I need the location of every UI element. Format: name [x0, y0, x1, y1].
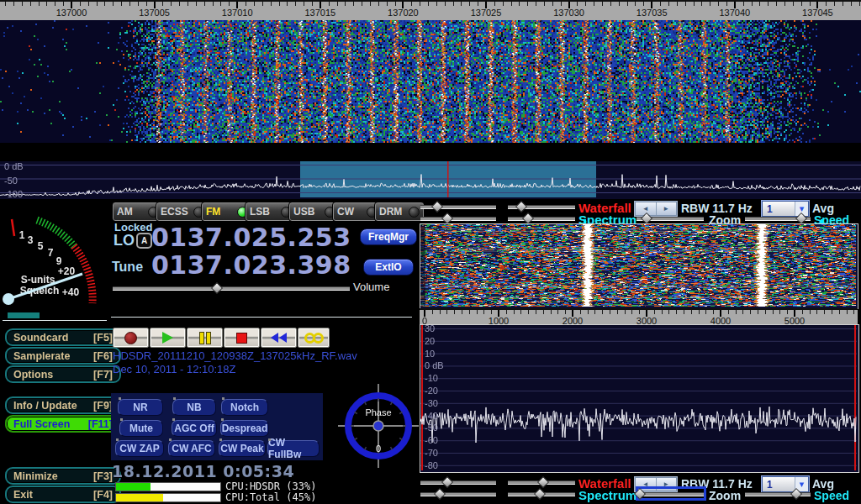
- notch-button[interactable]: Notch: [221, 399, 268, 416]
- dial-tick: [399, 412, 402, 414]
- speed-slider-2[interactable]: [745, 489, 811, 498]
- samplerate-button[interactable]: Samplerate [F6]: [5, 347, 121, 365]
- cw-zap-button[interactable]: CW ZAP: [115, 440, 164, 457]
- ruler-tick: [705, 310, 706, 314]
- squelch-label: Squelch: [20, 285, 60, 297]
- ruler-tick: [395, 2, 396, 6]
- stop-button[interactable]: [224, 328, 260, 348]
- af-frequency-ruler[interactable]: 010002000300040005000: [420, 308, 858, 325]
- agc-off-button[interactable]: AGC Off: [172, 420, 217, 437]
- cw-fullbw-button[interactable]: CW FullBw: [267, 440, 320, 457]
- volume-slider[interactable]: [113, 283, 350, 292]
- ruler-tick: [677, 2, 678, 6]
- local-datetime: 18.12.2011 0:05:34: [112, 462, 294, 480]
- tune-frequency-display[interactable]: 0137.023.398: [151, 253, 351, 278]
- spectrum-offset-slider[interactable]: [508, 213, 575, 223]
- ruler-tick: [220, 2, 221, 6]
- zoom-label-2: Zoom: [709, 489, 741, 502]
- phase-dial[interactable]: Phase 0: [338, 384, 419, 468]
- ruler-tick: [436, 2, 437, 6]
- ruler-tick: [428, 2, 429, 6]
- ruler-tick: [188, 2, 188, 6]
- options-button[interactable]: Options [F7]: [5, 365, 121, 383]
- mode-button-drm[interactable]: DRM: [374, 202, 425, 222]
- ruler-tick: [843, 2, 843, 6]
- contrast-slider[interactable]: [420, 202, 496, 211]
- ruler-tick: [295, 2, 296, 6]
- speed-label-2: Speed: [814, 489, 849, 502]
- exit-button[interactable]: Exit [F4]: [5, 486, 121, 503]
- s-meter-label: +20: [58, 265, 76, 277]
- spectrum-contrast-slider[interactable]: [420, 213, 496, 223]
- phase-center-dot: [373, 421, 383, 431]
- ruler-tick: [445, 2, 446, 6]
- ruler-tick: [834, 2, 835, 6]
- s-meter-rest-mark: [12, 219, 14, 236]
- ruler-tick: [503, 2, 504, 6]
- nr-button[interactable]: NR: [118, 399, 163, 416]
- ruler-tick: [859, 2, 860, 6]
- ruler-tick: [88, 2, 89, 6]
- loop-button[interactable]: [298, 328, 330, 348]
- lo-frequency-display[interactable]: 0137.025.253: [151, 225, 351, 250]
- ruler-tick: [13, 2, 14, 6]
- ruler-tick: [213, 2, 214, 6]
- cw-afc-button[interactable]: CW AFC: [168, 440, 215, 457]
- ruler-tick: [179, 2, 180, 6]
- button-hotkey: [F11]: [88, 418, 113, 430]
- despread-button[interactable]: Despread: [220, 420, 269, 437]
- play-button[interactable]: [150, 328, 186, 348]
- ruler-tick: [46, 2, 47, 6]
- ruler-tick: [312, 2, 313, 6]
- af-spectrum-display[interactable]: [420, 325, 857, 470]
- slider-track[interactable]: [113, 286, 350, 291]
- ruler-tick: [446, 310, 447, 314]
- ruler-tick: [519, 2, 520, 6]
- ruler-tick: [287, 2, 288, 6]
- main-waterfall-display[interactable]: [0, 0, 861, 143]
- pause-button[interactable]: [187, 328, 223, 348]
- phase-value: 0: [376, 444, 381, 454]
- slider-thumb[interactable]: [211, 282, 223, 294]
- rewind-icon: [279, 333, 287, 343]
- main-spectrum-display[interactable]: [0, 161, 861, 197]
- button-label: Full Screen: [13, 418, 70, 430]
- rewind-button[interactable]: [261, 328, 297, 348]
- ruler-tick: [810, 2, 811, 6]
- extio-button[interactable]: ExtIO: [363, 259, 414, 276]
- brightness-slider-2[interactable]: [508, 477, 575, 486]
- freqmgr-button[interactable]: FreqMgr: [360, 228, 417, 245]
- speed-slider[interactable]: [745, 213, 811, 223]
- mode-label: ECSS: [161, 206, 188, 218]
- ruler-tick: [506, 310, 507, 314]
- af-waterfall-display[interactable]: [420, 224, 856, 307]
- ruler-label: 137015: [304, 8, 335, 18]
- cw-peak-button[interactable]: CW Peak: [219, 440, 266, 457]
- main-frequency-ruler[interactable]: 1370001370051370101370151370201370251370…: [0, 0, 861, 20]
- ruler-tick: [113, 2, 114, 6]
- info-update-button[interactable]: Info / Update [F9]: [5, 396, 121, 414]
- zoom-slider-2[interactable]: [638, 489, 704, 498]
- ruler-tick: [824, 310, 825, 314]
- squelch-level-bar[interactable]: [8, 312, 40, 318]
- s-meter[interactable]: 1 3 5 7 9 +20 +40 S-units Squelch: [2, 202, 108, 319]
- record-icon: [124, 332, 137, 344]
- fullscreen-button[interactable]: Full Screen [F11]: [5, 415, 121, 433]
- ruler-label: 137025: [471, 8, 502, 18]
- spectrum-contrast-slider-2[interactable]: [420, 489, 496, 498]
- ruler-tick: [304, 2, 304, 6]
- record-button[interactable]: [113, 328, 149, 348]
- zoom-slider[interactable]: [637, 213, 704, 223]
- mode-label: AM: [117, 206, 133, 218]
- spectrum-offset-slider-2[interactable]: [508, 489, 575, 498]
- cpu-hdsdr-label: CPU:HDSDR (33%): [225, 480, 316, 492]
- nb-button[interactable]: NB: [172, 399, 216, 416]
- mute-button[interactable]: Mute: [119, 420, 163, 437]
- contrast-slider-2[interactable]: [420, 477, 496, 486]
- ruler-tick: [602, 2, 603, 6]
- lo-lock-badge[interactable]: A: [136, 233, 152, 249]
- minimize-button[interactable]: Minimize [F3]: [5, 467, 121, 485]
- dial-tick: [391, 402, 393, 404]
- brightness-slider[interactable]: [508, 202, 575, 211]
- soundcard-button[interactable]: Soundcard [F5]: [5, 328, 121, 346]
